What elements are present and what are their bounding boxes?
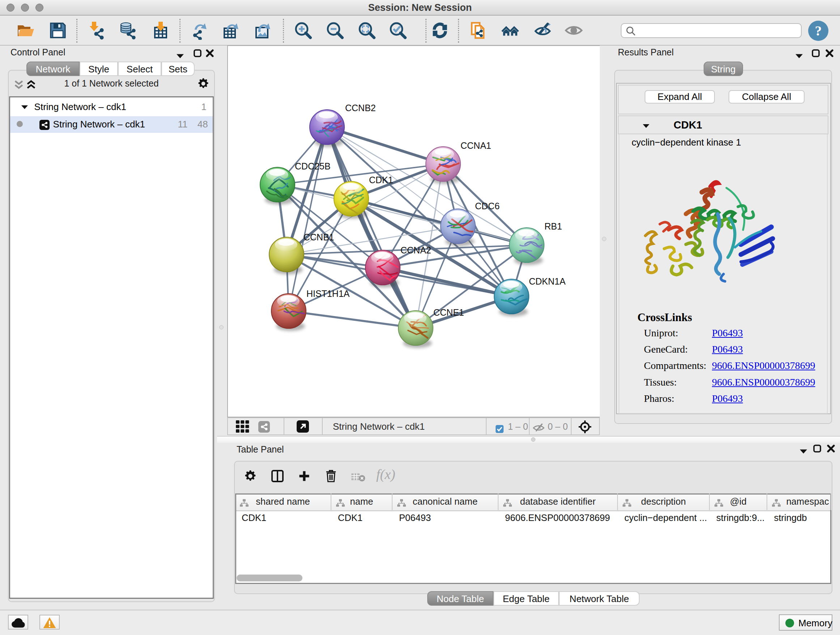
svg-text:RB1: RB1 <box>545 221 562 231</box>
svg-text:?: ? <box>815 23 822 38</box>
svg-text:CCNB2: CCNB2 <box>345 103 376 113</box>
svg-text:CDC6: CDC6 <box>475 201 500 211</box>
svg-text:HIST1H1A: HIST1H1A <box>306 288 350 299</box>
svg-text:CDK1: CDK1 <box>369 175 393 185</box>
svg-text:CDKN1A: CDKN1A <box>529 276 566 287</box>
svg-text:CCNA1: CCNA1 <box>461 141 491 150</box>
svg-text:CCNE1: CCNE1 <box>433 307 464 318</box>
svg-text:CDC25B: CDC25B <box>295 161 331 171</box>
svg-text:CCNA2: CCNA2 <box>401 245 431 255</box>
svg-text:CCNB1: CCNB1 <box>303 232 334 242</box>
